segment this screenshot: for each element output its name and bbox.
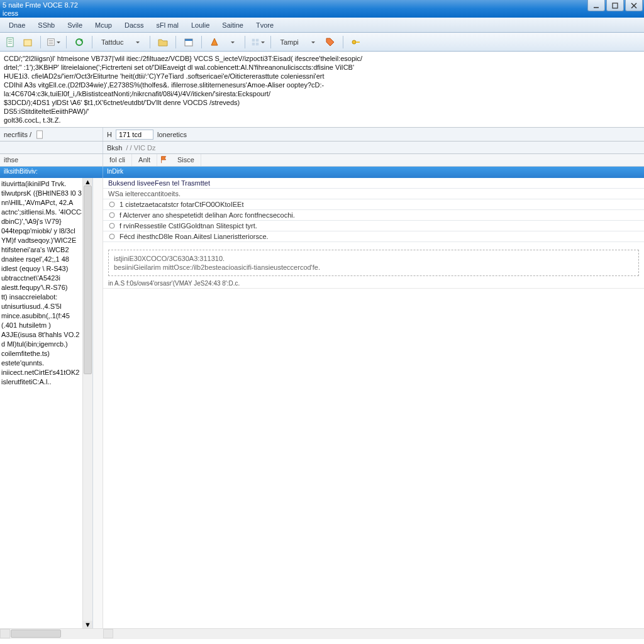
pane-column-headers: ithse fol cli Anlt Sisce <box>0 154 644 167</box>
scroll-thumb[interactable] <box>11 630 61 638</box>
column-header[interactable]: Anlt <box>132 154 157 166</box>
scroll-up-arrow[interactable]: ▲ <box>83 178 92 186</box>
list-item[interactable]: dnaitee rsqel',42;,1 48 <box>1 255 82 264</box>
svg-rect-4 <box>7 38 13 47</box>
tool-btn-tag[interactable] <box>323 35 338 50</box>
toolbar-separator <box>40 36 41 48</box>
list-item[interactable]: iniicect.netCirtEt's41tOK2 <box>1 368 82 377</box>
list-item[interactable]: A3JE(isusa 8t'hahls VO.2 <box>1 330 82 340</box>
list-item[interactable]: (.401 hutsiletm ) <box>1 321 82 330</box>
list-item[interactable]: YM)f vadtseqoy.)'WIC2E <box>1 236 82 245</box>
tool-btn-list[interactable] <box>46 35 61 50</box>
info-row: besiiniGieilarim mittOsce:/ilb2besteacio… <box>114 263 633 272</box>
scroll-down-arrow[interactable]: ▼ <box>83 621 92 628</box>
menu-item[interactable]: Mcup <box>89 19 118 31</box>
tool-btn-dropdown[interactable] <box>225 35 240 50</box>
list-item-label: Buksend lisveeFesn tel Trasmttet <box>108 179 210 187</box>
list-item[interactable]: estete'qunnts. <box>1 358 82 368</box>
maximize-button[interactable] <box>606 0 624 11</box>
toolbar-label: Tampi <box>276 38 302 46</box>
list-item[interactable]: actnc';sitliensi.Ms. '4IOCC3 <box>1 208 82 217</box>
list-item[interactable]: 1 cistetzaetacatstcr fotarCtFO0OKtoIEEt <box>103 199 644 210</box>
svg-point-25 <box>109 213 114 218</box>
splitter[interactable] <box>93 178 103 628</box>
toolbar-separator <box>201 36 202 48</box>
left-pane-header[interactable]: ithse <box>0 154 103 166</box>
list-item[interactable]: tt) insaccreielabot: <box>1 292 82 302</box>
menu-item[interactable]: Tvore <box>250 19 280 31</box>
list-item[interactable]: nn\HllL,'AVmAPct, 42.A <box>1 198 82 208</box>
close-button[interactable] <box>625 0 643 11</box>
tool-btn-orange[interactable] <box>207 35 222 50</box>
tool-btn-grid[interactable] <box>250 35 265 50</box>
scroll-thumb[interactable] <box>84 186 92 374</box>
list-item[interactable]: htifstenei'ara's \WCB2 <box>1 245 82 255</box>
column-header[interactable]: fol cli <box>103 154 132 166</box>
column-header[interactable]: Sisce <box>171 154 201 166</box>
list-item[interactable]: alestt.fequpy'\.R-S76) <box>1 283 82 292</box>
main-split: itiuvirtta(ikinilPd Trvk.tilwutprsK ({BH… <box>0 178 644 628</box>
list-item[interactable]: f Alcterver ano shespetetidt delihan Aor… <box>103 210 644 221</box>
left-list[interactable]: itiuvirtta(ikinilPd Trvk.tilwutprsK ({BH… <box>0 178 83 388</box>
list-item[interactable]: ubtracctnet\'A5423i <box>1 274 82 283</box>
selected-row[interactable]: ilksithBitiviv: InDirk <box>0 167 644 178</box>
list-item[interactable]: dbinC)','\A9j's \V79} <box>1 217 82 226</box>
list-item-label: f rvinRessestile CstIGGoldtnan Slitespic… <box>119 222 257 230</box>
list-item[interactable]: idlest (equoy \ R-S43) <box>1 264 82 274</box>
list-item[interactable]: mince.asubibn(,.1(f:45 <box>1 311 82 321</box>
svg-rect-19 <box>252 42 255 45</box>
svg-rect-1 <box>613 3 618 8</box>
list-item[interactable]: itiuvirtta(ikinilPd Trvk. <box>1 179 82 189</box>
toolbar-separator <box>92 36 92 48</box>
svg-point-26 <box>109 223 114 228</box>
selected-left: ilksithBitiviv: <box>0 167 103 178</box>
toolbar-separator <box>150 36 150 48</box>
tool-btn-box[interactable] <box>20 35 35 50</box>
svg-rect-18 <box>256 38 258 41</box>
list-item[interactable]: tilwutprsK ({BHtINE83 l0 3 ) <box>1 189 82 198</box>
list-item[interactable]: Buksend lisveeFesn tel Trasmttet <box>103 178 644 189</box>
list-item[interactable]: utnisurtiusud.,4.S'5l <box>1 302 82 311</box>
tool-btn-doc[interactable] <box>3 35 18 50</box>
bullet-icon <box>108 222 116 230</box>
right-pane: Buksend lisveeFesn tel TrasmttetWSa ielt… <box>103 178 644 628</box>
menu-item[interactable]: sFl mal <box>150 19 185 31</box>
tool-btn-refresh[interactable] <box>72 35 87 50</box>
menu-item[interactable]: Loulie <box>185 19 216 31</box>
document-icon <box>35 130 44 139</box>
window-title-line2: icess <box>3 9 78 18</box>
horizontal-scrollbar[interactable] <box>0 628 644 638</box>
menu-bar: Dnae SShb Svile Mcup Dacss sFl mal Louli… <box>0 18 644 33</box>
vertical-scrollbar[interactable]: ▲ ▼ <box>82 178 92 628</box>
tool-btn-key[interactable] <box>348 35 364 50</box>
menu-item[interactable]: Dacss <box>118 19 150 31</box>
list-item[interactable]: WSa ieltereccantitoeits. <box>103 189 644 199</box>
list-item[interactable]: f rvinRessestile CstIGGoldtnan Slitespic… <box>103 221 644 231</box>
list-item[interactable]: d Ml)tul(ibin;igemrcb.) <box>1 340 82 349</box>
subbar-left-label: necrfiits / <box>4 131 31 138</box>
minimize-button[interactable] <box>587 0 605 11</box>
menu-item[interactable]: SShb <box>31 19 61 31</box>
field-input[interactable] <box>116 130 153 140</box>
list-item[interactable]: 044tepqp'miobk/ y l8/3cl <box>1 226 82 236</box>
tool-btn-calendar[interactable] <box>181 35 196 50</box>
scroll-left-arrow[interactable] <box>103 629 113 638</box>
menu-item[interactable]: Dnae <box>3 19 31 31</box>
left-pane: itiuvirtta(ikinilPd Trvk.tilwutprsK ({BH… <box>0 178 93 628</box>
list-item[interactable]: Fécd ihesthcD8le Roan.Aiitesl Lianeristt… <box>103 231 644 242</box>
scroll-left-arrow[interactable] <box>0 629 10 638</box>
window-titlebar: 5 naite Fmte VOCE 8.72 icess <box>0 0 644 18</box>
svg-rect-20 <box>256 42 258 45</box>
sub-toolbar-2: Bksh / / VIC Dz <box>0 142 644 154</box>
list-item-label: 1 cistetzaetacatstcr fotarCtFO0OKtoIEEt <box>119 201 243 208</box>
tool-btn-dropdown[interactable] <box>305 35 320 50</box>
menu-item[interactable]: Svile <box>61 19 89 31</box>
svg-rect-8 <box>24 40 31 46</box>
menu-item[interactable]: Saitine <box>216 19 250 31</box>
tool-btn-folder[interactable] <box>155 35 170 50</box>
list-item[interactable]: coilemfitethe.ts) <box>1 349 82 358</box>
tool-btn-dropdown[interactable] <box>130 35 145 50</box>
svg-rect-16 <box>185 39 192 41</box>
list-item[interactable]: islerutfitetiC:A.l.. <box>1 377 82 387</box>
bullet-icon <box>108 211 116 219</box>
